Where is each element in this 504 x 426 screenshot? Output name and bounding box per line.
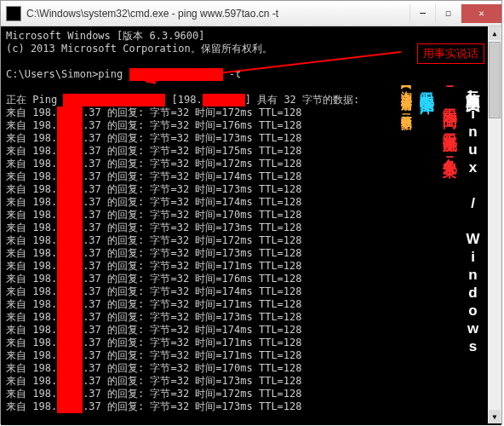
titlebar[interactable]: C:\Windows\system32\cmd.exe - ping www.5… <box>1 1 501 26</box>
cmd-window: C:\Windows\system32\cmd.exe - ping www.5… <box>0 0 502 424</box>
scroll-thumb[interactable] <box>489 42 501 118</box>
ad-line-4: 【淘宝搜索店铺：云籁数据】 <box>398 81 414 418</box>
annotation-callout: 用事实说话 <box>417 43 484 64</box>
app-icon <box>6 6 21 21</box>
close-button[interactable]: ✕ <box>461 4 501 23</box>
window-title: C:\Windows\system32\cmd.exe - ping www.5… <box>26 8 410 20</box>
ad-line-1: 云籁美国Linux / Windows <box>463 81 483 418</box>
scroll-down-icon[interactable]: ▼ <box>489 410 501 423</box>
minimize-button[interactable]: ─ <box>410 4 435 23</box>
vertical-scrollbar[interactable]: ▲ ▼ <box>488 26 501 423</box>
ad-line-2: －无限空间 无限流量 免备案－ <box>440 81 460 418</box>
ad-line-3: 无限数据库 <box>417 81 437 418</box>
scroll-up-icon[interactable]: ▲ <box>489 26 501 40</box>
ad-panel: 云籁美国Linux / Windows －无限空间 无限流量 免备案－ 无限数据… <box>358 76 486 423</box>
window-controls: ─ ☐ ✕ <box>410 4 501 23</box>
maximize-button[interactable]: ☐ <box>435 4 461 23</box>
